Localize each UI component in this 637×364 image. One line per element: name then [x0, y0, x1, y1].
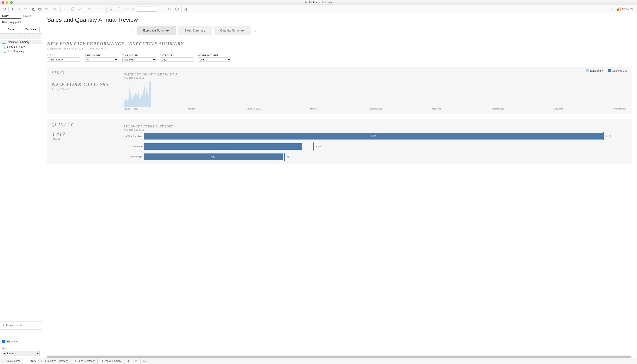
benchmark-tick — [313, 142, 314, 150]
category-bar: 720 — [144, 143, 302, 150]
pause-updates-button[interactable]: ▾ — [43, 6, 51, 12]
benchmark-label: 3 186 — [605, 135, 611, 138]
refresh-button[interactable]: ▾ — [51, 6, 59, 12]
story-point-quantity[interactable]: Quantity Summary — [214, 26, 251, 35]
svg-point-18 — [46, 8, 48, 9]
tab-units-summary[interactable]: Units Summary — [98, 358, 124, 364]
dashboard-icon — [41, 360, 44, 362]
benchmark-label: 8 369 — [316, 145, 321, 148]
prev-story-button[interactable]: ‹ — [129, 27, 135, 34]
next-story-button[interactable]: › — [253, 27, 258, 34]
sales-panel: Benchmark Selected City SALES NEW YORK C… — [47, 67, 632, 114]
fit-button[interactable]: ▾ — [166, 6, 174, 12]
dashboard-icon — [2, 50, 5, 53]
svg-rect-9 — [5, 8, 6, 8]
svg-rect-11 — [3, 10, 4, 10]
quantity-kpi: 3 417 — [52, 131, 115, 138]
minimize-window-button[interactable] — [6, 1, 9, 4]
presentation-button[interactable] — [174, 6, 180, 12]
filter-city[interactable]: New York City — [47, 58, 80, 62]
sidebar-item-sales[interactable]: Sales Summary — [0, 44, 42, 49]
new-worksheet-tab[interactable]: + — [124, 358, 132, 364]
forward-button[interactable] — [16, 6, 22, 12]
category-bar: 632 — [144, 154, 283, 160]
filter-category[interactable]: (All) — [160, 58, 193, 62]
sidebar-item-units[interactable]: Units Summary — [0, 49, 42, 54]
tableau-logo-button[interactable] — [1, 6, 7, 12]
svg-rect-28 — [95, 10, 97, 10]
sales-time-chart[interactable]: DISTRIBUTION OF SALES IN TIME New York C… — [124, 73, 627, 110]
quantity-kpi-sub: 38 654 — [52, 138, 115, 141]
tab-data-source[interactable]: Data Source — [0, 358, 23, 364]
filter-timescope[interactable]: ALL TIME — [122, 58, 156, 62]
filter-benchmark[interactable]: All — [85, 58, 118, 62]
dashboard-canvas: NEW YORK CITY PERFORMANCE - EXECUTIVE SU… — [42, 38, 637, 355]
sheet-tabs: Data Source Story Executive Summary Sale… — [0, 358, 637, 364]
svg-point-16 — [39, 8, 41, 9]
show-title-checkbox[interactable] — [2, 340, 5, 343]
svg-rect-35 — [169, 8, 170, 10]
show-me-button[interactable]: Show Me — [622, 8, 633, 10]
layout-tab[interactable]: Layout‹ — [21, 13, 42, 19]
drag-to-add-text[interactable]: A Drag to add text — [0, 321, 42, 330]
sort-asc-button[interactable] — [93, 6, 99, 12]
sort-desc-button[interactable] — [99, 6, 105, 12]
svg-point-39 — [186, 10, 187, 10]
sales-kpi-sub: All: 2,326,534 — [52, 88, 115, 91]
story-icon — [26, 360, 28, 362]
new-data-button[interactable]: + — [37, 6, 43, 12]
story-title[interactable]: Sales and Quantity Annual Review — [42, 13, 637, 25]
duplicate-sheet-button[interactable] — [70, 6, 76, 12]
clear-sheet-button[interactable]: ▾ — [76, 6, 84, 12]
sales-kpi: NEW YORK CITY: 793 — [52, 82, 115, 88]
tab-sales-summary[interactable]: Sales Summary — [71, 358, 98, 364]
datasource-icon — [3, 360, 5, 362]
svg-rect-25 — [79, 9, 80, 10]
category-row[interactable]: Technology632017 — [124, 154, 627, 160]
category-label: Furniture — [124, 145, 142, 148]
new-sheet-icon: + — [127, 360, 129, 362]
save-button[interactable] — [31, 6, 37, 12]
category-label: Office Supplies — [124, 135, 142, 138]
tab-story[interactable]: Story — [23, 358, 39, 364]
story-side-panel: Story Layout‹ New story point Blank Dupl… — [0, 13, 42, 358]
dashboard-title: NEW YORK CITY PERFORMANCE - EXECUTIVE SU… — [47, 41, 632, 46]
story-point-executive[interactable]: Executive Summary — [137, 26, 176, 35]
share-button[interactable] — [183, 6, 189, 12]
pin-button[interactable] — [130, 6, 136, 12]
duplicate-button[interactable]: Duplicate — [22, 27, 40, 32]
swap-button[interactable] — [87, 6, 92, 12]
highlight-button[interactable]: ▾ — [108, 6, 116, 12]
horizontal-scrollbar[interactable] — [47, 356, 632, 358]
new-dashboard-tab[interactable]: + — [132, 358, 140, 364]
filter-manufacturer[interactable]: (All) — [198, 58, 231, 62]
filter-city-label: CITY — [47, 54, 80, 57]
back-button[interactable] — [10, 6, 16, 12]
new-story-tab[interactable]: + — [140, 358, 149, 364]
story-point-sales[interactable]: Sales Summary — [178, 26, 212, 35]
search-input[interactable] — [137, 6, 157, 12]
x-tick: May 2023 — [554, 108, 563, 110]
product-mix-chart[interactable]: PRODUCT MIX PER CATEGORY New York City V… — [124, 125, 627, 160]
category-row[interactable]: Furniture7208 369 — [124, 143, 627, 150]
guide-button[interactable] — [609, 6, 615, 12]
story-tab[interactable]: Story — [0, 13, 21, 19]
svg-point-43 — [3, 360, 5, 361]
zoom-window-button[interactable] — [10, 1, 13, 4]
attach-button[interactable]: ▾ — [116, 6, 124, 12]
chart-legend: Benchmark Selected City — [586, 69, 627, 72]
undo-button[interactable]: ▾ — [23, 6, 30, 12]
label-button[interactable]: T — [124, 6, 130, 12]
close-window-button[interactable] — [2, 1, 4, 4]
search-dropdown-button[interactable]: ▾ — [157, 6, 163, 12]
blank-button[interactable]: Blank — [2, 27, 20, 32]
main-toolbar: ▾ + ▾ ▾ ▾ ▾ ▾ ▾ T ▾ ▾ Show Me — [0, 5, 637, 13]
quantity-panel: QUANTITY 3 417 38 654 PRODUCT MIX PER CA… — [47, 119, 632, 164]
category-row[interactable]: Office Supplies2 0653 186 — [124, 133, 627, 140]
tab-executive-summary[interactable]: Executive Summary — [39, 358, 71, 364]
sidebar-item-executive[interactable]: Executive Summary — [0, 40, 42, 44]
x-tick: May 2020 — [188, 108, 196, 110]
size-select[interactable]: Automatic — [2, 351, 40, 356]
new-worksheet-button[interactable]: ▾ — [62, 6, 69, 12]
dashboard-icon — [2, 40, 5, 44]
